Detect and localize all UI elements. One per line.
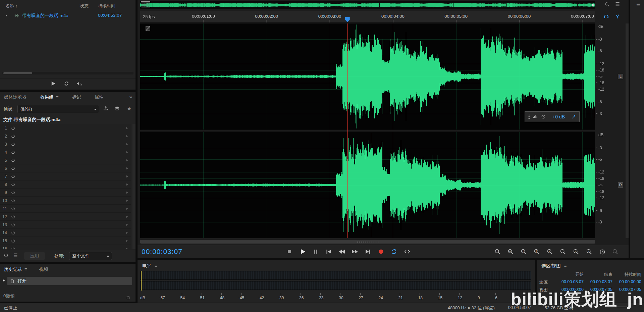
tab-media-browser[interactable]: 媒体浏览器 [4, 94, 27, 100]
power-toggle-icon[interactable] [9, 206, 17, 211]
editor-horizontal-scrollbar[interactable] [140, 240, 595, 244]
chevron-right-icon[interactable] [123, 215, 131, 218]
headphones-monitor-icon[interactable] [603, 13, 609, 19]
waveform-display[interactable]: +0 dB [140, 23, 595, 238]
effect-slot-row[interactable]: 7 [0, 172, 131, 180]
power-toggle-icon[interactable] [9, 142, 17, 147]
tab-overflow-icon[interactable]: » [129, 94, 132, 100]
auto-play-button[interactable] [76, 80, 83, 87]
record-button[interactable] [377, 247, 385, 256]
playhead-line[interactable] [347, 23, 348, 238]
effect-slot[interactable] [17, 205, 123, 212]
effect-slot[interactable] [17, 156, 123, 164]
zoom-in-button[interactable]: + [493, 248, 502, 256]
files-horizontal-scrollbar[interactable] [2, 72, 133, 74]
effect-slot-row[interactable]: 2 [0, 132, 131, 140]
hud-grip-icon[interactable] [528, 114, 530, 119]
process-dropdown[interactable]: 整个文件 [69, 252, 112, 260]
skip-forward-button[interactable] [364, 247, 372, 256]
rack-power-icon[interactable] [3, 253, 9, 258]
selection-start-value[interactable]: 00:00:03:07 [555, 279, 584, 285]
effect-slot[interactable] [17, 189, 123, 196]
zoom-horizontal-in-button[interactable]: ‹ [572, 248, 581, 256]
power-toggle-icon[interactable] [9, 134, 17, 139]
scrollbar-thumb[interactable] [3, 72, 32, 74]
tab-effects-rack[interactable]: 效果组≡ [40, 94, 59, 100]
loop-button[interactable] [390, 247, 398, 256]
view-end-value[interactable]: 00:00:07:05 [584, 287, 612, 293]
effect-slot[interactable] [17, 148, 123, 156]
timer-button[interactable] [598, 248, 607, 256]
chevron-right-icon[interactable] [123, 183, 131, 186]
chevron-right-icon[interactable] [123, 151, 131, 154]
chevron-right-icon[interactable] [123, 191, 131, 194]
chevron-right-icon[interactable] [123, 239, 131, 243]
effect-slot-row[interactable]: 3 [0, 140, 131, 148]
chevron-right-icon[interactable] [123, 247, 131, 249]
delete-preset-icon[interactable] [114, 105, 120, 111]
zoom-to-selection-button[interactable]: ▪ [546, 248, 554, 256]
zoom-full-button[interactable] [559, 248, 568, 256]
left-channel-badge[interactable]: L [618, 74, 623, 79]
effect-slot[interactable] [17, 172, 123, 180]
preset-dropdown[interactable]: (默认) [17, 105, 99, 113]
skip-selection-button[interactable] [403, 247, 412, 256]
effect-slot-row[interactable]: 12 [0, 213, 131, 221]
chevron-right-icon[interactable] [123, 143, 131, 146]
power-toggle-icon[interactable] [9, 158, 17, 163]
chevron-right-icon[interactable] [123, 126, 131, 130]
history-item-open[interactable]: 打开 [7, 277, 132, 285]
right-channel-badge[interactable]: R [618, 182, 623, 188]
apply-button[interactable]: 应用 [24, 252, 45, 260]
split-channels-icon[interactable] [614, 13, 621, 19]
effect-slot[interactable] [17, 180, 123, 188]
effect-slot-row[interactable]: 15 [0, 237, 131, 245]
column-status[interactable]: 状态 [80, 3, 89, 9]
play-button[interactable] [298, 247, 307, 256]
power-toggle-icon[interactable] [9, 198, 17, 203]
view-duration-value[interactable]: 00:00:07:05 [612, 287, 641, 293]
skip-back-button[interactable] [324, 247, 333, 256]
effect-slot[interactable] [17, 245, 123, 249]
tab-video[interactable]: 视频 [39, 266, 48, 272]
effect-slot[interactable] [17, 237, 123, 245]
effect-slot-row[interactable]: 13 [0, 221, 131, 229]
effect-slot-row[interactable]: 1 [0, 124, 131, 132]
chevron-right-icon[interactable] [123, 207, 131, 210]
clear-history-icon[interactable] [125, 295, 131, 300]
expand-chevron-icon[interactable] [5, 14, 8, 17]
selection-duration-value[interactable]: 00:00:00:00 [612, 279, 641, 285]
panel-menu-icon[interactable]: ≡ [564, 263, 567, 268]
channel-divider[interactable] [140, 129, 595, 132]
effect-slot[interactable] [17, 229, 123, 237]
effect-slot-row[interactable]: 11 [0, 205, 131, 213]
column-name[interactable]: 名称 ↑ [5, 3, 17, 9]
effect-slot-row[interactable]: 5 [0, 156, 131, 164]
save-preset-icon[interactable] [103, 105, 109, 111]
effect-slot-row[interactable]: 9 [0, 189, 131, 197]
power-toggle-icon[interactable] [9, 247, 17, 249]
power-toggle-icon[interactable] [9, 182, 17, 187]
favorite-star-icon[interactable]: ★ [127, 105, 131, 112]
power-toggle-icon[interactable] [9, 174, 17, 179]
effect-slot[interactable] [17, 197, 123, 204]
hud-gain-value[interactable]: +0 dB [549, 114, 569, 119]
effects-scrollbar[interactable] [132, 124, 136, 249]
current-time-display[interactable]: 00:00:03:07 [142, 248, 182, 256]
chevron-right-icon[interactable] [123, 231, 131, 235]
power-toggle-icon[interactable] [9, 126, 17, 131]
zoom-tool-button[interactable] [611, 248, 620, 256]
effect-slot-row[interactable]: 6 [0, 164, 131, 172]
effect-slot[interactable] [17, 124, 123, 132]
rewind-button[interactable] [337, 247, 346, 256]
play-button[interactable] [50, 80, 56, 87]
chevron-right-icon[interactable] [123, 175, 131, 178]
tab-history[interactable]: 历史记录≡ [4, 266, 27, 272]
panel-menu-icon[interactable]: ☰ [636, 2, 640, 7]
power-toggle-icon[interactable] [9, 239, 17, 243]
zoom-in-left-edge-button[interactable]: [ [520, 248, 528, 256]
power-toggle-icon[interactable] [9, 222, 17, 227]
effect-slot-row[interactable]: 8 [0, 180, 131, 189]
power-toggle-icon[interactable] [9, 190, 17, 195]
power-toggle-icon[interactable] [9, 214, 17, 219]
